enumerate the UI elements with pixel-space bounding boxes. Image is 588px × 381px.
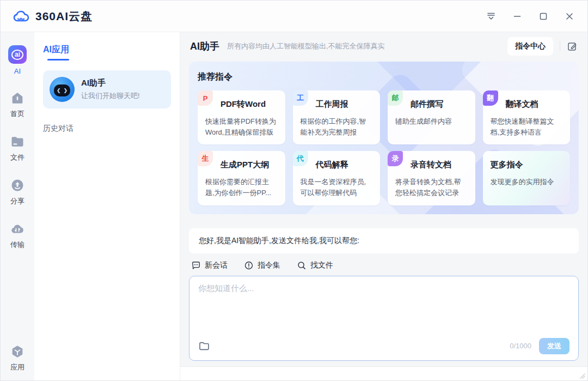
- home-icon: [10, 90, 25, 106]
- card-translate-document[interactable]: 翻 翻译文档 帮您快速翻译整篇文档,支持多种语言: [483, 90, 571, 144]
- app-title: 360AI云盘: [35, 9, 93, 24]
- card-title: 更多指令: [491, 160, 563, 170]
- card-title: 生成PPT大纲: [220, 160, 278, 170]
- main-header: AI助手 所有内容均由人工智能模型输出,不能完全保障真实 指令中心: [180, 32, 587, 61]
- recommended-commands-title: 推荐指令: [198, 71, 570, 83]
- sidebar-item-ai[interactable]: ai AI: [1, 45, 34, 75]
- badge-translate: 翻: [483, 90, 498, 106]
- card-more-commands[interactable]: 更多指令 发现更多的实用指令: [483, 151, 571, 205]
- toolbar-label: 指令集: [258, 261, 280, 270]
- card-weekly-report[interactable]: 工 工作周报 根据你的工作内容,智能补充为完整周报: [293, 90, 381, 144]
- card-code-explain[interactable]: 代 代码解释 我是一名资深程序员,可以帮你理解代码: [293, 151, 381, 205]
- badge-code: 代: [293, 151, 308, 166]
- sidebar-item-share[interactable]: 分享: [1, 178, 34, 206]
- share-icon: [10, 178, 25, 193]
- resize-grip-icon[interactable]: [578, 371, 585, 379]
- sidebar-item-label: AI: [14, 67, 21, 75]
- sidebar-item-label: 首页: [10, 109, 24, 119]
- recommended-commands-banner: 推荐指令 P PDF转Word 快速批量将PDF转换为Word,且精确保留排版 …: [189, 62, 579, 214]
- transfer-icon: [10, 221, 25, 237]
- message-input[interactable]: [198, 283, 569, 338]
- card-title: 工作周报: [316, 99, 373, 110]
- card-title: 翻译文档: [506, 99, 563, 110]
- new-chat-button[interactable]: 新会话: [191, 261, 228, 270]
- card-description: 我是一名资深程序员,可以帮你理解代码: [301, 177, 373, 198]
- assistant-title: AI助手: [81, 78, 140, 88]
- history-chats-label[interactable]: 历史对话: [43, 124, 171, 134]
- badge-work: 工: [293, 90, 308, 106]
- badge-record: 录: [388, 151, 403, 166]
- find-file-button[interactable]: 找文件: [297, 261, 333, 270]
- badge-generate: 生: [198, 151, 213, 166]
- tab-ai-apps[interactable]: AI应用: [43, 44, 69, 61]
- sidebar-item-label: 分享: [10, 196, 24, 206]
- card-description: 辅助生成邮件内容: [395, 116, 468, 127]
- sidebar-item-label: 应用: [10, 362, 24, 372]
- edit-compose-icon[interactable]: [567, 41, 578, 52]
- card-description: 将录音转换为文档,帮您轻松搞定会议记录: [395, 177, 468, 198]
- badge-mail: 邮: [388, 90, 403, 106]
- sidebar-item-label: 文件: [10, 153, 24, 162]
- chat-toolbar: 新会话 指令集 找文件: [191, 261, 577, 270]
- divider: [560, 41, 560, 51]
- command-set-icon: [244, 261, 254, 270]
- send-button[interactable]: 发送: [539, 338, 569, 354]
- page-title: AI助手: [190, 40, 219, 53]
- card-email-writing[interactable]: 邮 邮件撰写 辅助生成邮件内容: [388, 90, 475, 144]
- menu-chevron-icon[interactable]: [485, 10, 497, 22]
- new-chat-icon: [191, 261, 201, 270]
- card-description: 发现更多的实用指令: [491, 177, 563, 188]
- toolbar-label: 找文件: [310, 261, 333, 270]
- app-logo: 360AI云盘: [13, 9, 93, 24]
- badge-pdf: P: [198, 90, 213, 106]
- card-description: 根据你需要的汇报主题,为你创作一份PP...: [205, 177, 278, 198]
- card-description: 根据你的工作内容,智能补充为完整周报: [301, 116, 373, 138]
- apps-icon: [10, 344, 25, 359]
- find-file-icon: [297, 261, 307, 270]
- robot-avatar: ❮❯: [50, 77, 75, 102]
- message-composer: 0/1000 发送: [189, 276, 579, 361]
- card-description: 快速批量将PDF转换为Word,且精确保留排版: [205, 116, 278, 138]
- window-controls: [485, 10, 575, 22]
- sidebar-item-files[interactable]: 文件: [1, 134, 34, 162]
- assistant-greeting-message: 您好,我是AI智能助手,发送文件给我,我可以帮您:: [189, 228, 579, 253]
- sidebar-item-apps[interactable]: 应用: [1, 344, 34, 372]
- folder-icon: [10, 134, 25, 149]
- close-icon[interactable]: [564, 10, 575, 22]
- command-center-button[interactable]: 指令中心: [507, 37, 553, 56]
- sidebar-item-home[interactable]: 首页: [1, 90, 34, 119]
- card-description: 帮您快速翻译整篇文档,支持多种语言: [491, 116, 563, 138]
- nav-rail: ai AI 首页 文件 分享 传输: [1, 32, 34, 381]
- ai-gradient-icon: ai: [8, 45, 27, 64]
- minimize-icon[interactable]: [511, 10, 523, 22]
- card-generate-ppt-outline[interactable]: 生 生成PPT大纲 根据你需要的汇报主题,为你创作一份PP...: [198, 151, 285, 205]
- card-pdf-to-word[interactable]: P PDF转Word 快速批量将PDF转换为Word,且精确保留排版: [198, 90, 285, 144]
- command-set-button[interactable]: 指令集: [244, 261, 280, 270]
- toolbar-label: 新会话: [205, 261, 228, 270]
- sidebar-item-transfer[interactable]: 传输: [1, 221, 34, 250]
- folder-upload-icon[interactable]: [198, 340, 210, 352]
- card-title: 录音转文档: [411, 160, 468, 170]
- cloud-logo-icon: [13, 10, 30, 23]
- card-audio-to-document[interactable]: 录 录音转文档 将录音转换为文档,帮您轻松搞定会议记录: [388, 151, 475, 205]
- card-title: PDF转Word: [220, 99, 278, 110]
- titlebar: 360AI云盘: [1, 1, 587, 32]
- card-title: 邮件撰写: [411, 99, 468, 110]
- main-area: AI助手 所有内容均由人工智能模型输出,不能完全保障真实 指令中心 推荐指令 P…: [180, 32, 587, 381]
- character-counter: 0/1000: [510, 342, 531, 350]
- card-title: 代码解释: [316, 160, 373, 170]
- maximize-icon[interactable]: [537, 10, 549, 22]
- disclaimer-text: 所有内容均由人工智能模型输出,不能完全保障真实: [227, 41, 385, 51]
- ai-assistant-list-item[interactable]: ❮❯ AI助手 让我们开始聊天吧!: [43, 70, 171, 108]
- assistant-subtitle: 让我们开始聊天吧!: [81, 91, 140, 101]
- ai-apps-panel: AI应用 ❮❯ AI助手 让我们开始聊天吧! 历史对话: [34, 32, 180, 381]
- command-card-grid: P PDF转Word 快速批量将PDF转换为Word,且精确保留排版 工 工作周…: [198, 90, 570, 205]
- main-footer: [180, 366, 587, 381]
- sidebar-item-label: 传输: [10, 240, 24, 250]
